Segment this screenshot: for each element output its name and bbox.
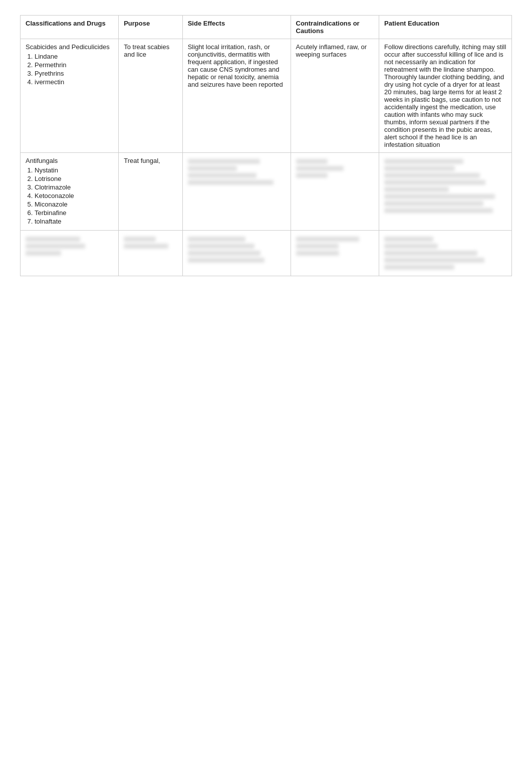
main-table: Classifications and Drugs Purpose Side E… xyxy=(20,15,512,276)
header-col2: Purpose xyxy=(119,16,183,39)
drug-item: Nystatin xyxy=(35,166,113,174)
table-row: AntifungalsNystatinLotrisoneClotrimazole… xyxy=(21,153,512,231)
drug-item: Pyrethrins xyxy=(35,70,113,77)
drug-item: tolnaftate xyxy=(35,218,113,225)
blurred-cell-0 xyxy=(21,231,119,276)
cell-1-col3 xyxy=(182,153,291,231)
cell-1-col2: Treat fungal, xyxy=(119,153,183,231)
header-col5: Patient Education xyxy=(379,16,512,39)
cell-0-col3: Slight local irritation, rash, or conjun… xyxy=(182,39,291,153)
blurred-cell-1 xyxy=(119,231,183,276)
cell-1-col5 xyxy=(379,153,512,231)
drug-item: Ketoconazole xyxy=(35,192,113,200)
blurred-cell-2 xyxy=(182,231,291,276)
drug-item: Lindane xyxy=(35,53,113,60)
drug-item: ivermectin xyxy=(35,78,113,86)
drug-item: Permethrin xyxy=(35,61,113,69)
drug-item: Terbinafine xyxy=(35,209,113,217)
cell-1-col4 xyxy=(291,153,379,231)
cell-0-col5: Follow directions carefully, itching may… xyxy=(379,39,512,153)
drug-item: Lotrisone xyxy=(35,175,113,182)
header-col1: Classifications and Drugs xyxy=(21,16,119,39)
blurred-cell-4 xyxy=(379,231,512,276)
drug-item: Miconazole xyxy=(35,201,113,208)
blurred-cell-3 xyxy=(291,231,379,276)
table-row xyxy=(21,231,512,276)
cell-0-col1: Scabicides and PediculicidesLindanePerme… xyxy=(21,39,119,153)
cell-1-col1: AntifungalsNystatinLotrisoneClotrimazole… xyxy=(21,153,119,231)
cell-0-col4: Acutely inflamed, raw, or weeping surfac… xyxy=(291,39,379,153)
cell-0-col2: To treat scabies and lice xyxy=(119,39,183,153)
header-col4: Contraindications or Cautions xyxy=(291,16,379,39)
table-row: Scabicides and PediculicidesLindanePerme… xyxy=(21,39,512,153)
drug-item: Clotrimazole xyxy=(35,183,113,191)
header-col3: Side Effects xyxy=(182,16,291,39)
